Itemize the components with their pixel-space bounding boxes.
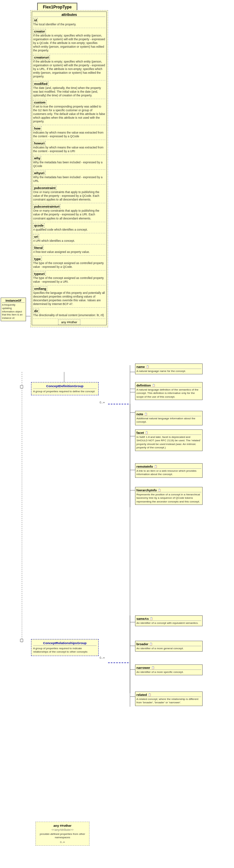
concept-rel-group-desc: A group of properties required to indica… [33,647,97,654]
any-other-inline: any ##other [33,320,105,324]
instance-of-box: instanceOf A frequently updating informa… [1,298,26,321]
field-why: why Why the metadata has been included -… [33,156,105,168]
field-name-literal: literal [33,245,44,250]
remoteinfo-field-name: remoteInfo [136,465,153,468]
hierarchyinfo-field-name: hierarchyInfo [136,488,157,492]
concept-rel-group-title: ConceptRelationshipsGroup [33,641,97,646]
related-field-name: related [136,693,147,697]
field-name-creatoruri: creatoruri [33,55,50,60]
any-other-label: any ##other [58,320,80,325]
field-desc-dir: The directionality of textual content (e… [33,313,105,317]
broader-field-name: broader [136,642,148,646]
svg-rect-25 [20,639,23,642]
name-field-icon: 📋 [146,365,149,368]
right-field-definition: definition 📋 A natural language definiti… [135,382,203,400]
concept-definition-group: ConceptDefinitionGroup A group of proper… [31,382,99,395]
concept-relationships-group: ConceptRelationshipsGroup A group of pro… [31,639,99,656]
sameas-field-icon: 📋 [150,617,153,620]
field-desc-creator: If the attribute is empty; specifies whi… [33,34,105,52]
concept-def-multiplicity: 0..∞ [100,401,105,404]
related-field-desc: A related concept; where the relationshi… [136,698,201,705]
bottom-any-other-desc: provider-defined properties from other n… [37,832,87,840]
field-name-id: id [33,18,38,22]
concept-def-group-title: ConceptDefinitionGroup [33,384,97,389]
sameas-field-desc: An identifier of a concept with equivale… [136,621,201,625]
field-uri: uri A URI which identifies a concept. [33,234,105,243]
field-name-pubconstraint: pubconstraint [33,186,56,190]
right-field-remoteinfo: remoteInfo 📋 A link to an item or a web … [135,463,203,478]
definition-field-icon: 📋 [152,384,155,387]
concept-def-group-desc: A group of properties required to define… [33,390,97,393]
field-pubconstrainturi: pubconstrainturi One or many constraints… [33,204,105,220]
field-literal: literal A free-text value assigned as pr… [33,245,105,254]
field-name-creator: creator [33,29,46,33]
name-field-desc: A natural language name for the concept. [136,370,201,373]
field-xmllang: xmllang Specifies the language of this p… [33,286,105,306]
definition-field-name: definition [136,383,151,387]
field-desc-xmllang: Specifies the language of this property … [33,291,105,306]
field-desc-literal: A free-text value assigned as property v… [33,250,105,254]
field-whyuri: whyuri Why the metadata has been include… [33,171,105,183]
bottom-any-other-multiplicity: 0..∞ [37,841,87,844]
field-name-xmllang: xmllang [33,286,47,291]
bottom-any-other-sub: <<anyAttribute>> [37,828,87,831]
field-desc-custom: If set to true the corresponding propert… [33,105,105,123]
facet-field-desc: In NAR 1.8 and later, facet is deprecate… [136,436,201,450]
narrower-field-desc: An identifier of a more specific concept… [136,671,201,674]
field-desc-typeuri: The type of the concept assigned as cont… [33,276,105,284]
broader-field-desc: An identifier of a more general concept. [136,647,201,650]
field-id: id The local identifier of the property. [33,18,105,26]
field-pubconstraint: pubconstraint One or many constraints th… [33,186,105,202]
field-creator: creator If the attribute is empty; speci… [33,29,105,52]
field-desc-howuri: Indicates by which means the value was e… [33,146,105,153]
sameas-field-name: sameAs [136,617,149,620]
right-field-note: note 📋 Additional natural language infor… [135,411,203,425]
field-desc-qcode: A qualified code which identifies a conc… [33,228,105,232]
narrower-field-icon: 📋 [151,666,155,669]
field-name-dir: dir [33,309,39,313]
field-name-typeuri: typeuri [33,272,46,276]
field-name-pubconstrainturi: pubconstrainturi [33,204,60,209]
field-name-how: how [33,126,42,131]
note-field-icon: 📋 [144,413,148,416]
note-field-name: note [136,412,143,416]
svg-rect-24 [20,385,23,388]
right-field-related: related 📋 A related concept; where the r… [135,691,203,706]
field-desc-pubconstraint: One or many constraints that apply to pu… [33,190,105,202]
broader-field-icon: 📋 [149,642,153,646]
field-name-type: type [33,257,42,261]
field-desc-modified: The date (and, optionally, the time) whe… [33,86,105,97]
field-name-why: why [33,156,41,160]
field-name-modified: modified [33,81,49,86]
note-field-desc: Additional natural language information … [136,417,201,424]
field-desc-how: Indicates by which means the value was e… [33,131,105,138]
field-howuri: howuri Indicates by which means the valu… [33,141,105,153]
hierarchyinfo-field-icon: 📋 [158,489,161,492]
field-typeuri: typeuri The type of the concept assigned… [33,272,105,284]
field-desc-why: Why the metadata has been included - exp… [33,161,105,168]
right-field-name: name 📋 A natural language name for the c… [135,363,203,374]
name-field-name: name [136,365,145,369]
field-name-howuri: howuri [33,141,46,145]
field-name-uri: uri [33,234,39,239]
definition-field-desc: A natural language definition of the sem… [136,388,201,399]
field-desc-whyuri: Why the metadata has been included - exp… [33,175,105,183]
remoteinfo-field-icon: 📋 [154,465,157,468]
field-how: how Indicates by which means the value w… [33,126,105,138]
field-desc-id: The local identifier of the property. [33,23,105,26]
facet-field-icon: 📋 [145,431,148,434]
hierarchyinfo-field-desc: Represents the position of a concept in … [136,493,201,503]
attributes-label: attributes [33,13,105,17]
field-type: type The type of the concept assigned as… [33,257,105,269]
field-name-custom: custom [33,100,47,104]
field-desc-pubconstrainturi: One or many constraints that apply to pu… [33,209,105,220]
bottom-any-other: any ##other <<anyAttribute>> provider-de… [35,822,89,846]
field-modified: modified The date (and, optionally, the … [33,81,105,97]
bottom-any-other-title: any ##other [37,824,87,827]
attributes-section: attributes id The local identifier of th… [32,11,107,325]
field-custom: custom If set to true the corresponding … [33,100,105,123]
field-name-qcode: qcode [33,223,45,228]
narrower-field-name: narrower [136,666,150,670]
right-field-facet: facet 📋 In NAR 1.8 and later, facet is d… [135,429,203,451]
field-desc-type: The type of the concept assigned as cont… [33,261,105,269]
